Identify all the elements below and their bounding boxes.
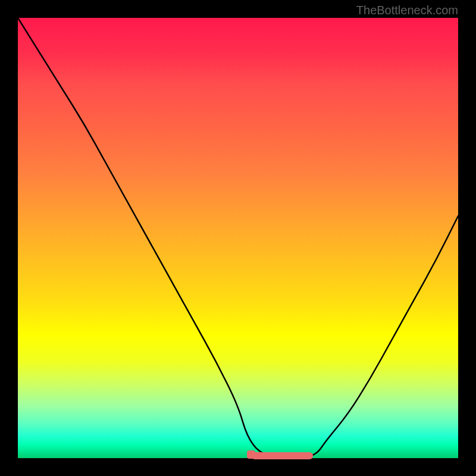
optimal-range-bar — [251, 452, 313, 459]
attribution-text: TheBottleneck.com — [356, 4, 458, 17]
bottleneck-curve-line — [18, 18, 458, 458]
optimal-start-marker — [247, 450, 255, 459]
plot-area — [18, 18, 458, 458]
bottleneck-chart: TheBottleneck.com — [0, 0, 476, 476]
curve-svg — [18, 18, 458, 458]
